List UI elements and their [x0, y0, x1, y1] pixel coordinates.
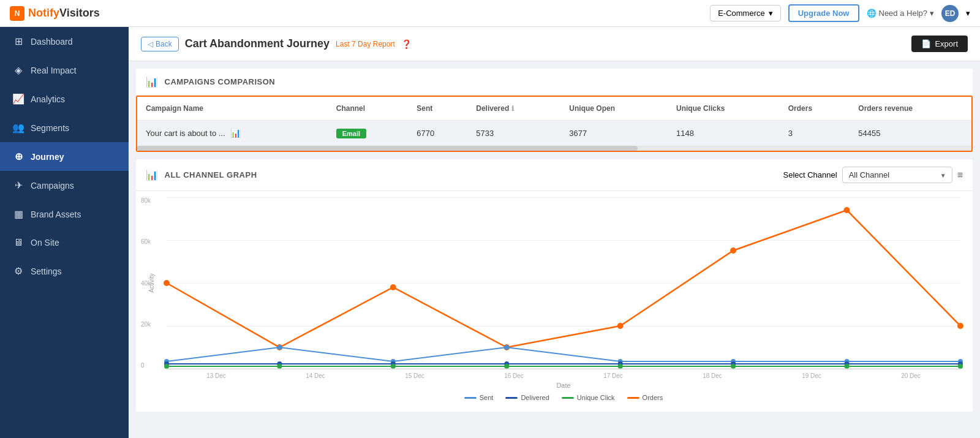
orders-dot-7	[844, 207, 850, 213]
legend-unique-click: Unique Click	[562, 394, 615, 401]
logo-text: NotifyVisitors	[28, 7, 100, 20]
main-layout: ⊞ Dashboard ◈ Real Impact 📈 Analytics 👥 …	[0, 27, 980, 438]
sidebar-item-analytics[interactable]: 📈 Analytics	[0, 85, 129, 113]
cell-channel: Email	[328, 121, 409, 146]
sidebar-item-settings[interactable]: ⚙ Settings	[0, 257, 129, 285]
sidebar-item-real-impact[interactable]: ◈ Real Impact	[0, 56, 129, 85]
content-area: ◁ Back Cart Abandonment Journey Last 7 D…	[129, 27, 980, 438]
x-axis-labels: 13 Dec 14 Dec 15 Dec 16 Dec 17 Dec 18 De…	[167, 372, 960, 379]
orders-dot-3	[390, 284, 396, 290]
legend-delivered-label: Delivered	[521, 394, 549, 401]
table-header-row: Campaign Name Channel Sent Delivered ℹ U…	[137, 97, 971, 121]
sidebar-item-journey[interactable]: ⊕ Journey	[0, 142, 129, 171]
sent-dot-4	[504, 345, 509, 350]
page-title: Cart Abandonment Journey	[185, 37, 330, 50]
select-channel-label: Select Channel	[783, 170, 837, 179]
x-label-14dec: 14 Dec	[266, 372, 365, 379]
legend-delivered-line	[505, 397, 518, 399]
legend-sent-line	[464, 397, 477, 399]
sidebar-item-segments[interactable]: 👥 Segments	[0, 113, 129, 142]
top-header: N NotifyVisitors E-Commerce ▾ Upgrade No…	[0, 0, 980, 27]
legend-orders: Orders	[627, 394, 663, 401]
sent-line	[167, 347, 960, 361]
sidebar-label-settings: Settings	[31, 266, 62, 276]
upgrade-button[interactable]: Upgrade Now	[788, 4, 859, 22]
unique-click-dot-5	[618, 364, 623, 369]
sidebar-label-brand-assets: Brand Assets	[31, 210, 81, 219]
settings-icon: ⚙	[12, 265, 24, 277]
legend-unique-click-label: Unique Click	[577, 394, 615, 401]
scrollbar-thumb	[137, 146, 638, 151]
sidebar-label-dashboard: Dashboard	[31, 37, 73, 47]
cell-unique-open: 3677	[560, 121, 668, 146]
unique-click-dot-8	[958, 364, 963, 369]
campaigns-table: Campaign Name Channel Sent Delivered ℹ U…	[137, 97, 971, 146]
sidebar-label-on-site: On Site	[31, 238, 59, 247]
y-label-40k: 40k	[141, 280, 151, 287]
cell-orders-revenue: 54455	[850, 121, 971, 146]
orders-dot-6	[730, 247, 736, 254]
graph-bar-chart-icon: 📊	[146, 169, 159, 181]
table-scrollbar[interactable]	[137, 146, 971, 151]
orders-line	[167, 210, 960, 347]
campaigns-header-label: CAMPAIGNS COMPARISON	[165, 77, 276, 86]
on-site-icon: 🖥	[12, 237, 24, 248]
ecommerce-dropdown[interactable]: E-Commerce ▾	[710, 5, 781, 21]
legend-unique-click-line	[562, 397, 574, 399]
sidebar-label-campaigns: Campaigns	[31, 181, 74, 191]
sidebar-item-on-site[interactable]: 🖥 On Site	[0, 228, 129, 257]
y-label-60k: 60k	[141, 238, 151, 245]
sidebar-label-analytics: Analytics	[31, 94, 65, 104]
cell-campaign-name: Your cart is about to ... 📊	[137, 121, 328, 146]
email-badge: Email	[336, 129, 366, 138]
x-label-16dec: 16 Dec	[464, 372, 564, 379]
col-unique-clicks: Unique Clicks	[668, 97, 780, 121]
col-campaign-name: Campaign Name	[137, 97, 328, 121]
chevron-down-icon: ▾	[769, 9, 773, 18]
unique-click-dot-4	[504, 364, 509, 369]
cell-unique-clicks: 1148	[668, 121, 780, 146]
col-orders-revenue: Orders revenue	[850, 97, 971, 121]
y-label-20k: 20k	[141, 321, 151, 328]
unique-click-dot-7	[845, 364, 850, 369]
report-badge: Last 7 Day Report	[336, 40, 395, 48]
hamburger-icon[interactable]: ≡	[957, 170, 963, 181]
table-row: Your cart is about to ... 📊 Email 6770 5…	[137, 121, 971, 146]
export-button[interactable]: 📄 Export	[911, 36, 968, 52]
chart-area: Activity 80k 60k 40k 20k 0	[167, 197, 960, 369]
back-button[interactable]: ◁ Back	[141, 37, 179, 51]
help-button[interactable]: 🌐 Need a Help? ▾	[867, 9, 935, 18]
journey-icon: ⊕	[12, 151, 24, 162]
unique-click-dot-1	[164, 364, 169, 369]
bar-chart-icon: 📊	[146, 76, 159, 88]
sidebar-item-brand-assets[interactable]: ▦ Brand Assets	[0, 200, 129, 228]
campaigns-table-wrapper: Campaign Name Channel Sent Delivered ℹ U…	[136, 96, 973, 152]
cell-orders: 3	[780, 121, 850, 146]
dashboard-icon: ⊞	[12, 36, 24, 47]
analytics-icon: 📈	[12, 93, 24, 105]
help-chevron-icon: ▾	[930, 9, 934, 18]
user-avatar[interactable]: ED	[941, 5, 959, 22]
chart-legend: Sent Delivered Unique Click Orders	[167, 394, 960, 407]
line-chart-svg	[167, 197, 960, 369]
delivered-info-icon[interactable]: ℹ	[511, 105, 514, 112]
x-label-18dec: 18 Dec	[663, 372, 762, 379]
back-icon: ◁	[148, 40, 153, 48]
graph-header-left: 📊 ALL CHANNEL GRAPH	[146, 169, 257, 181]
x-label-17dec: 17 Dec	[564, 372, 663, 379]
mini-chart-icon[interactable]: 📊	[230, 128, 241, 138]
unique-click-dot-3	[391, 364, 396, 369]
sidebar-item-campaigns[interactable]: ✈ Campaigns	[0, 171, 129, 200]
chart-container: Activity 80k 60k 40k 20k 0	[136, 191, 973, 412]
logo-icon: N	[10, 6, 24, 21]
sidebar-item-dashboard[interactable]: ⊞ Dashboard	[0, 27, 129, 56]
header-right: E-Commerce ▾ Upgrade Now 🌐 Need a Help? …	[710, 4, 970, 22]
real-impact-icon: ◈	[12, 64, 24, 76]
logo: N NotifyVisitors	[10, 6, 100, 21]
channel-select[interactable]: All Channel	[842, 167, 952, 183]
cell-delivered: 5733	[467, 121, 560, 146]
campaigns-icon: ✈	[12, 179, 24, 191]
orders-dot-8	[957, 323, 963, 329]
help-globe-icon: 🌐	[867, 9, 876, 18]
help-icon[interactable]: ❓	[401, 39, 412, 49]
